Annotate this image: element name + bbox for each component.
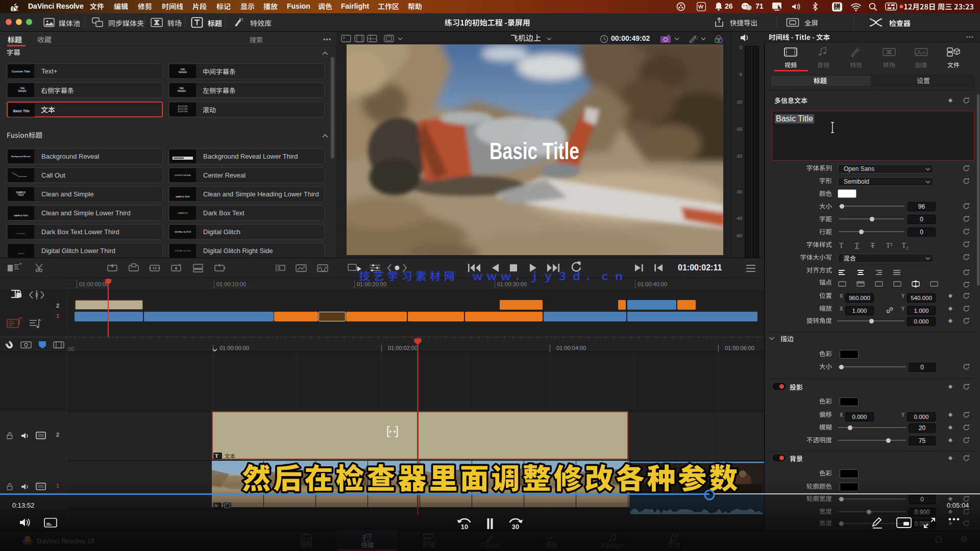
svg-text:30: 30 (512, 523, 519, 531)
svg-text:Basic Title: Basic Title (489, 138, 579, 164)
svg-text:10: 10 (461, 523, 468, 531)
